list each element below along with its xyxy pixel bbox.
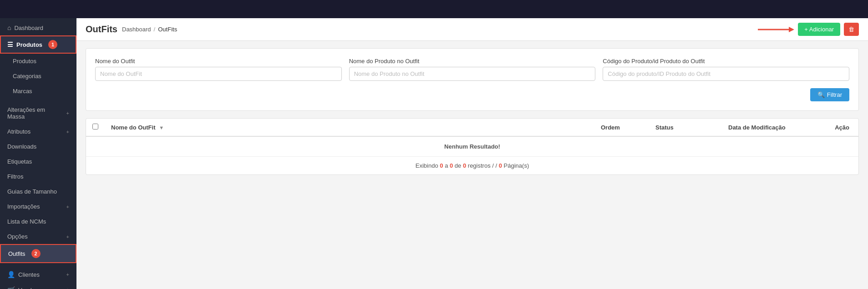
- filter-actions: 🔍 Filtrar: [95, 88, 849, 101]
- expand-icon-importacoes: +: [66, 204, 69, 209]
- no-result-cell: Nenhum Resultado!: [86, 136, 858, 156]
- product-name-input[interactable]: [349, 67, 596, 81]
- sidebar-item-vendas[interactable]: 🛒 Vendas +: [0, 282, 76, 289]
- expand-icon-opcoes: +: [66, 234, 69, 239]
- data-table: Nome do OutFit ▼ Ordem Status Data de Mo…: [86, 119, 858, 156]
- content-area: Nome do Outfit Nome do Produto no Outfit…: [76, 41, 868, 289]
- expand-icon-alteracoes: +: [66, 110, 69, 116]
- sidebar-etiquetas-label: Etiquetas: [7, 158, 32, 165]
- col-order-label: Ordem: [601, 124, 620, 131]
- table-header: Nome do OutFit ▼ Ordem Status Data de Mo…: [86, 119, 858, 136]
- sidebar-item-guias-de-tamanho[interactable]: Guias de Tamanho: [0, 184, 76, 199]
- sidebar-marcas-label: Marcas: [13, 88, 32, 95]
- outfit-name-input[interactable]: [95, 67, 342, 81]
- vendas-icon: 🛒: [7, 286, 15, 289]
- pagination-val-2: 0: [450, 162, 453, 169]
- filter-button[interactable]: 🔍 Filtrar: [810, 88, 849, 101]
- sidebar-divider-2: [0, 263, 76, 267]
- expand-icon-atributos: +: [66, 129, 69, 135]
- sidebar-item-atributos[interactable]: Atributos +: [0, 124, 76, 139]
- breadcrumb-dashboard[interactable]: Dashboard: [122, 26, 151, 33]
- sidebar-vendas-label: Vendas: [18, 287, 38, 289]
- pagination-val-3: 0: [463, 162, 466, 169]
- sidebar-item-dashboard[interactable]: ⌂ Dashboard: [0, 20, 76, 35]
- expand-icon-clientes: +: [66, 272, 69, 277]
- sidebar: ⌂ Dashboard ☰ Produtos 1 Produtos Catego…: [0, 18, 76, 289]
- outfit-name-field: Nome do Outfit: [95, 58, 342, 81]
- pagination-info: Exibindo 0 a 0 de 0 registros / / 0 Pági…: [86, 156, 858, 174]
- pagination-val-4: 0: [499, 162, 502, 169]
- sidebar-divider-1: [0, 99, 76, 102]
- sidebar-item-clientes[interactable]: 👤 Clientes +: [0, 267, 76, 282]
- produtos-icon: ☰: [7, 41, 13, 48]
- topbar: [0, 0, 868, 18]
- pagination-val-1: 0: [440, 162, 443, 169]
- no-result-row: Nenhum Resultado!: [86, 136, 858, 156]
- pagination-registros: registros /: [468, 162, 494, 169]
- product-name-field: Nome do Produto no Outfit: [349, 58, 596, 81]
- trash-icon: 🗑: [848, 26, 854, 33]
- col-status-label: Status: [655, 124, 674, 131]
- page-title: OutFits: [86, 24, 117, 35]
- clientes-icon: 👤: [7, 271, 15, 278]
- page-header-actions: + Adicionar 🗑: [758, 23, 859, 36]
- table-body: Nenhum Resultado!: [86, 136, 858, 156]
- sidebar-importacoes-label: Importações: [7, 203, 40, 210]
- breadcrumb: Dashboard / OutFits: [122, 26, 177, 33]
- sidebar-item-produtos[interactable]: Produtos: [0, 54, 76, 69]
- sidebar-dashboard-label: Dashboard: [14, 25, 43, 31]
- sidebar-item-marcas[interactable]: Marcas: [0, 84, 76, 99]
- filter-card: Nome do Outfit Nome do Produto no Outfit…: [86, 48, 859, 111]
- sidebar-item-importacoes[interactable]: Importações +: [0, 199, 76, 214]
- filter-grid: Nome do Outfit Nome do Produto no Outfit…: [95, 58, 849, 81]
- sidebar-item-lista-de-ncms[interactable]: Lista de NCMs: [0, 214, 76, 229]
- outfit-name-label: Nome do Outfit: [95, 58, 342, 65]
- sidebar-clientes-label: Clientes: [18, 271, 40, 278]
- sidebar-atributos-label: Atributos: [7, 128, 30, 135]
- expand-icon-vendas: +: [66, 287, 69, 289]
- product-code-input[interactable]: [603, 67, 849, 81]
- sidebar-outfits-label: Outfits: [8, 250, 25, 257]
- pagination-de: de: [455, 162, 461, 169]
- pagination-exibindo: Exibindo: [416, 162, 438, 169]
- sidebar-item-produtos-header[interactable]: ☰ Produtos 1: [0, 35, 76, 54]
- sidebar-alteracoes-label: Alterações em Massa: [7, 106, 63, 120]
- outfits-badge: 2: [31, 249, 41, 258]
- select-all-checkbox[interactable]: [92, 124, 98, 130]
- sidebar-item-alteracoes-em-massa[interactable]: Alterações em Massa +: [0, 102, 76, 124]
- sidebar-guias-label: Guias de Tamanho: [7, 188, 57, 195]
- pagination-paginas: Página(s): [504, 162, 529, 169]
- sidebar-produtos-label: Produtos: [16, 41, 42, 48]
- col-outfit-name-header[interactable]: Nome do OutFit ▼: [105, 119, 594, 136]
- sidebar-item-downloads[interactable]: Downloads: [0, 139, 76, 154]
- product-code-field: Código do Produto/id Produto do Outfit: [603, 58, 849, 81]
- sidebar-item-opcoes[interactable]: Opções +: [0, 229, 76, 244]
- sidebar-item-outfits[interactable]: Outfits 2: [0, 244, 76, 263]
- col-outfit-name-label: Nome do OutFit: [111, 124, 156, 131]
- sort-icon: ▼: [159, 125, 164, 130]
- sidebar-item-etiquetas[interactable]: Etiquetas: [0, 154, 76, 169]
- table-card: Nome do OutFit ▼ Ordem Status Data de Mo…: [86, 118, 859, 175]
- col-date-header: Data de Modificação: [722, 119, 822, 136]
- product-code-label: Código do Produto/id Produto do Outfit: [603, 58, 849, 65]
- pagination-a: a: [445, 162, 448, 169]
- sidebar-item-categorias[interactable]: Categorias: [0, 69, 76, 84]
- col-status-header: Status: [649, 119, 722, 136]
- filter-button-label: Filtrar: [827, 91, 842, 98]
- sidebar-item-filtros[interactable]: Filtros: [0, 169, 76, 184]
- sidebar-downloads-label: Downloads: [7, 143, 36, 150]
- page-header-left: OutFits Dashboard / OutFits: [86, 24, 177, 35]
- delete-button[interactable]: 🗑: [844, 23, 859, 36]
- main-content: OutFits Dashboard / OutFits + Adicionar: [76, 18, 868, 289]
- filter-search-icon: 🔍: [817, 91, 825, 98]
- arrow-icon: [758, 24, 794, 35]
- sidebar-opcoes-label: Opções: [7, 233, 28, 240]
- breadcrumb-current: OutFits: [158, 26, 177, 33]
- produtos-badge: 1: [48, 40, 57, 49]
- no-result-text: Nenhum Resultado!: [444, 143, 500, 150]
- arrow-annotation: [758, 24, 794, 35]
- product-name-label: Nome do Produto no Outfit: [349, 58, 596, 65]
- sidebar-categorias-label: Categorias: [13, 73, 41, 80]
- page-header: OutFits Dashboard / OutFits + Adicionar: [76, 18, 868, 41]
- add-button[interactable]: + Adicionar: [798, 23, 840, 36]
